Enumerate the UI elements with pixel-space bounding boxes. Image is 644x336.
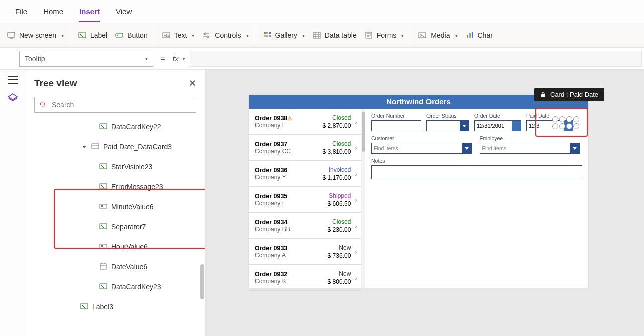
- tree-node[interactable]: MinuteValue6: [25, 197, 205, 217]
- chevron-down-icon: ▾: [145, 56, 148, 61]
- design-canvas[interactable]: Northwind Orders Order 0938⚠Company FClo…: [206, 70, 644, 336]
- svg-rect-43: [101, 205, 103, 207]
- label-icon: [80, 302, 88, 312]
- tree-node-label: MinuteValue6: [111, 203, 154, 211]
- scrollbar-thumb[interactable]: [200, 264, 204, 299]
- menu-view[interactable]: View: [116, 7, 132, 16]
- order-item[interactable]: Order 0935Company IShipped$ 606.50›: [249, 187, 361, 213]
- menu-insert[interactable]: Insert: [79, 7, 100, 22]
- order-number-input[interactable]: [371, 120, 421, 131]
- tree-node[interactable]: DataCardKey23: [25, 277, 205, 297]
- order-item[interactable]: Order 0932Company KNew$ 800.00›: [249, 265, 361, 291]
- order-status: Shipped: [329, 192, 351, 199]
- order-number-label: Order Number: [371, 113, 421, 119]
- notes-label: Notes: [371, 158, 582, 164]
- order-company: Company K: [255, 278, 287, 285]
- svg-rect-52: [100, 284, 107, 289]
- order-number: Order 0936: [255, 167, 287, 174]
- order-status: Closed: [332, 218, 351, 225]
- svg-rect-29: [467, 35, 468, 38]
- chevron-down-icon: ▾: [401, 33, 404, 38]
- tree-node[interactable]: Paid Date_DataCard3: [25, 137, 205, 157]
- tree-node[interactable]: Separator7: [25, 217, 205, 237]
- menu-home[interactable]: Home: [43, 7, 63, 16]
- tree-node[interactable]: Label3: [25, 297, 205, 317]
- tree-node[interactable]: HourValue6: [25, 237, 205, 257]
- svg-rect-36: [92, 144, 99, 149]
- chevron-down-icon: ▾: [61, 33, 64, 38]
- order-company: Company Y: [255, 174, 287, 181]
- datatable-button[interactable]: Data table: [313, 31, 357, 39]
- order-date-label: Order Date: [474, 113, 521, 119]
- fx-button[interactable]: fx ▾: [173, 54, 185, 63]
- order-item[interactable]: Order 0938⚠Company FClosed$ 2,870.00›: [249, 109, 361, 135]
- chevron-down-icon: ▾: [455, 33, 458, 38]
- svg-line-39: [101, 165, 104, 168]
- svg-rect-30: [469, 33, 471, 38]
- chevron-down-icon: ▾: [246, 33, 249, 38]
- controls-button[interactable]: Controls ▾: [202, 31, 248, 39]
- order-amount: $ 230.00: [328, 226, 351, 233]
- svg-line-53: [101, 285, 104, 288]
- expand-arrow-icon: [82, 146, 86, 148]
- button-button[interactable]: Button: [115, 31, 147, 39]
- lock-icon: [540, 92, 546, 98]
- svg-line-45: [101, 225, 104, 228]
- order-item[interactable]: Order 0934Company BBClosed$ 230.00›: [249, 213, 361, 239]
- media-button[interactable]: Media ▾: [418, 31, 457, 39]
- chevron-right-icon: ›: [355, 274, 357, 282]
- ribbon-gallery-label: Gallery: [275, 31, 297, 39]
- tooltip-text: Card : Paid Date: [550, 91, 598, 98]
- order-item[interactable]: Order 0933Company ANew$ 736.00›: [249, 239, 361, 265]
- tree-search[interactable]: [34, 97, 196, 113]
- close-panel-button[interactable]: ✕: [189, 78, 196, 89]
- tree-node[interactable]: DataCardKey22: [25, 117, 205, 137]
- tree-node[interactable]: ErrorMessage23: [25, 177, 205, 197]
- menu-file[interactable]: File: [15, 7, 27, 16]
- card-icon: [91, 142, 99, 152]
- tree-node-label: DataCardKey23: [111, 283, 161, 291]
- svg-rect-34: [100, 124, 107, 129]
- selection-handles[interactable]: [552, 116, 580, 130]
- order-gallery[interactable]: Order 0938⚠Company FClosed$ 2,870.00›Ord…: [249, 109, 361, 288]
- gallery-scrollbar[interactable]: [361, 109, 365, 288]
- tree-node[interactable]: StarVisible23: [25, 157, 205, 177]
- order-item[interactable]: Order 0936Company YInvoiced$ 1,170.00›: [249, 161, 361, 187]
- forms-button[interactable]: Forms ▾: [365, 31, 404, 39]
- equals-sign: =: [160, 53, 166, 64]
- svg-rect-2: [79, 33, 86, 38]
- customer-select[interactable]: Find items: [371, 143, 472, 154]
- ribbon-datatable-label: Data table: [325, 31, 357, 39]
- tree-search-input[interactable]: [51, 100, 191, 109]
- tree-node-label: ErrorMessage23: [111, 183, 163, 191]
- order-status-select[interactable]: [426, 120, 469, 131]
- table-icon: [313, 31, 321, 39]
- order-date-input[interactable]: 12/31/2001: [474, 120, 521, 131]
- gallery-button[interactable]: Gallery ▾: [263, 31, 305, 39]
- order-amount: $ 736.00: [328, 252, 351, 259]
- formula-input[interactable]: [190, 51, 642, 67]
- label-button[interactable]: Label: [78, 31, 107, 39]
- chevron-right-icon: ›: [355, 170, 357, 178]
- employee-select[interactable]: Find items: [480, 143, 580, 154]
- svg-rect-12: [264, 32, 266, 34]
- text-button[interactable]: Abc Text ▾: [162, 31, 195, 39]
- hamburger-button[interactable]: [8, 76, 18, 84]
- chevron-down-icon: ▾: [182, 56, 185, 61]
- tree-node[interactable]: DateValue6: [25, 257, 205, 277]
- property-selector[interactable]: Tooltip ▾: [19, 51, 153, 67]
- new-screen-button[interactable]: New screen ▾: [7, 31, 64, 39]
- order-number: Order 0932: [255, 271, 287, 278]
- chevron-down-icon: ▾: [192, 33, 194, 38]
- order-status: Closed: [332, 114, 351, 121]
- order-item[interactable]: Order 0937Company CCClosed$ 3,810.00›: [249, 135, 361, 161]
- svg-rect-47: [101, 245, 103, 247]
- charts-button[interactable]: Char: [466, 31, 493, 39]
- svg-rect-14: [269, 32, 271, 34]
- tree-node-label: Label3: [92, 303, 113, 311]
- tree-view-rail-button[interactable]: [7, 93, 18, 103]
- text-icon: Abc: [162, 31, 170, 39]
- formula-bar: Tooltip ▾ = fx ▾: [0, 48, 644, 70]
- media-icon: [418, 31, 426, 39]
- notes-input[interactable]: [371, 165, 582, 179]
